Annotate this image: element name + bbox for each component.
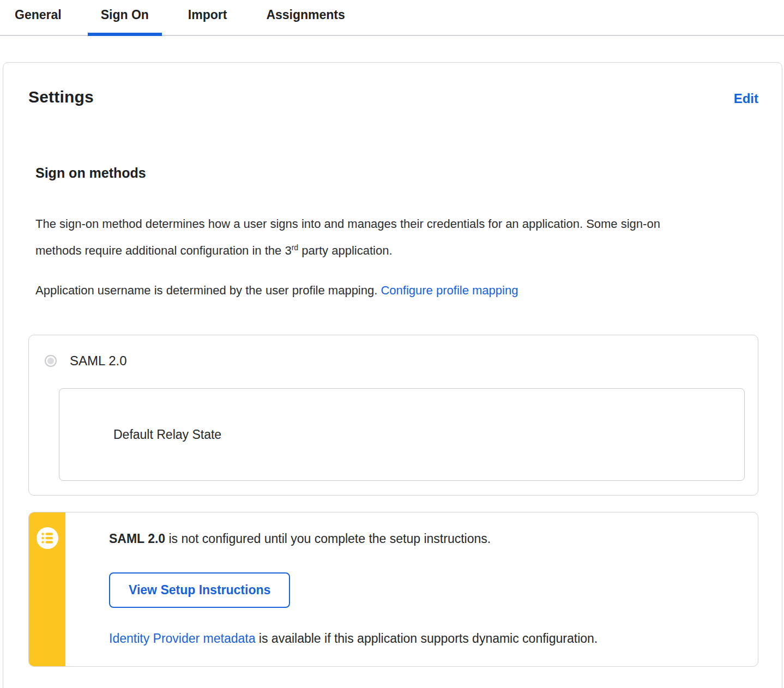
tab-assignments[interactable]: Assignments	[253, 0, 358, 36]
callout-content: SAML 2.0 is not configured until you com…	[65, 512, 619, 666]
tab-general[interactable]: General	[2, 0, 75, 36]
edit-link[interactable]: Edit	[734, 91, 758, 106]
tab-sign-on[interactable]: Sign On	[88, 0, 162, 36]
metadata-line: Identity Provider metadata is available …	[109, 631, 598, 646]
username-mapping-text: Application username is determined by th…	[35, 283, 381, 297]
settings-card: Settings Edit Sign on methods The sign-o…	[3, 62, 782, 688]
description-superscript: rd	[292, 243, 298, 252]
saml-radio-row: SAML 2.0	[45, 353, 745, 369]
metadata-text: is available if this application support…	[255, 631, 598, 645]
default-relay-state-box: Default Relay State	[59, 388, 745, 481]
sign-on-description: The sign-on method determines how a user…	[35, 210, 709, 264]
tab-bar: General Sign On Import Assignments	[0, 0, 784, 36]
tab-import[interactable]: Import	[175, 0, 240, 36]
default-relay-state-label: Default Relay State	[113, 427, 221, 442]
callout-message: SAML 2.0 is not configured until you com…	[109, 530, 598, 547]
configure-profile-mapping-link[interactable]: Configure profile mapping	[381, 283, 518, 297]
callout-yellow-strip	[29, 512, 65, 666]
list-icon	[36, 527, 59, 550]
callout-message-text: is not configured until you complete the…	[165, 532, 491, 546]
page-title: Settings	[28, 88, 94, 106]
saml-radio-dot	[47, 358, 54, 364]
setup-warning-callout: SAML 2.0 is not configured until you com…	[28, 512, 758, 667]
callout-message-bold: SAML 2.0	[109, 532, 165, 546]
saml-method-box: SAML 2.0 Default Relay State	[28, 335, 758, 496]
identity-provider-metadata-link[interactable]: Identity Provider metadata	[109, 631, 255, 645]
sign-on-methods-heading: Sign on methods	[35, 165, 758, 181]
settings-card-header: Settings Edit	[28, 88, 758, 106]
description-text-2: party application.	[298, 244, 392, 257]
saml-radio-button[interactable]	[45, 355, 57, 367]
view-setup-instructions-button[interactable]: View Setup Instructions	[109, 572, 290, 608]
saml-radio-label: SAML 2.0	[70, 353, 127, 369]
username-mapping-line: Application username is determined by th…	[35, 277, 709, 304]
